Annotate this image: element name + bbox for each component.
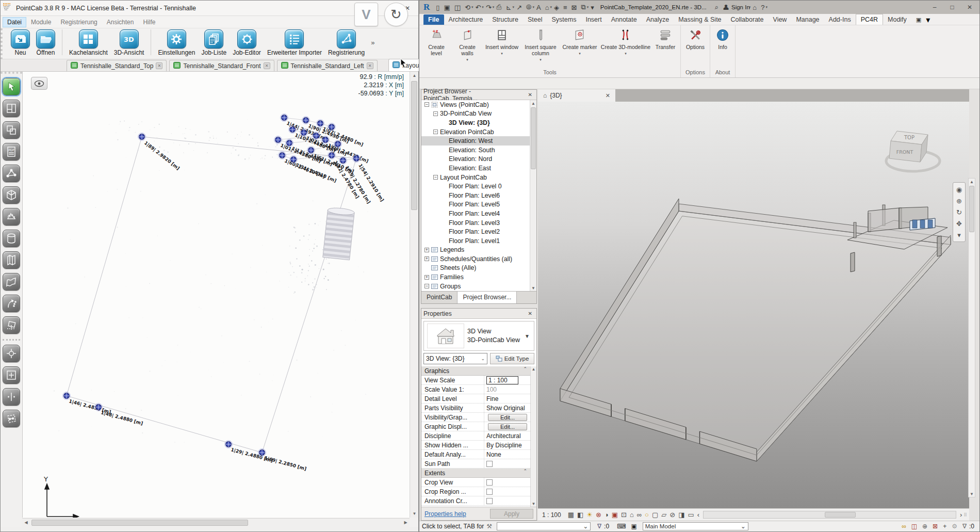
tool-point-network[interactable] — [3, 165, 20, 182]
property-row-sun-path[interactable]: Sun Path — [421, 459, 530, 469]
viewcube[interactable]: TOP FRONT — [880, 122, 947, 181]
toolbar-button-open[interactable]: Öffnen — [33, 28, 58, 57]
tree-scrollbar[interactable]: ▲ ▼ — [530, 100, 536, 291]
tool-section-split[interactable] — [3, 388, 20, 406]
view-tab-close-icon[interactable]: ✕ — [606, 92, 610, 99]
property-value[interactable] — [484, 487, 530, 496]
worksets-icon[interactable]: ⚙ — [949, 523, 960, 530]
edit-type-button[interactable]: Edit Type — [490, 353, 534, 364]
visual-style-icon[interactable]: ▦ — [566, 511, 576, 519]
hscroll-left-icon[interactable]: ‹ — [696, 511, 701, 519]
pan-icon[interactable]: ✥︎ — [956, 218, 962, 229]
tree-expander-icon[interactable]: − — [433, 130, 438, 134]
tree-item-floor-plan-level-0[interactable]: Floor Plan: Level 0 — [421, 182, 530, 191]
hscroll-right-icon[interactable]: › — [958, 511, 963, 519]
property-row-detail-level[interactable]: Detail LevelFine — [421, 394, 530, 404]
ribbon-button-insert-square-column[interactable]: Insert square column▾ — [520, 26, 561, 64]
ribbon-button-options[interactable]: Options — [683, 26, 708, 51]
doc-tab-tennishalle_standard_top[interactable]: Tennishalle_Standard_Top✕ — [67, 60, 167, 71]
property-row-crop-region-[interactable]: Crop Region ... — [421, 487, 530, 496]
reveal-hidden-icon[interactable]: ○ — [643, 511, 650, 519]
ribbon-tab-annotate[interactable]: Annotate — [607, 14, 642, 25]
vscroll-thumb[interactable] — [411, 81, 417, 210]
ribbon-tab-collaborate[interactable]: Collaborate — [726, 14, 769, 25]
tool-tile-arrange[interactable] — [3, 121, 20, 139]
ribbon-tab-steel[interactable]: Steel — [523, 14, 547, 25]
tool-select[interactable] — [3, 78, 20, 95]
checkbox-unchecked[interactable] — [486, 498, 493, 504]
tree-item-floor-plan-level4[interactable]: Floor Plan: Level4 — [421, 209, 530, 218]
ribbon-tab-options-icon[interactable]: ▣ — [911, 15, 926, 25]
measurement-marker[interactable] — [339, 157, 347, 165]
measurement-marker[interactable] — [313, 132, 320, 140]
panel-tab-project-browser-[interactable]: Project Browser... — [458, 292, 517, 303]
tree-expander-icon[interactable]: − — [433, 111, 438, 116]
viewport-3d[interactable]: TOP FRONT ◉ ⊕ ↻ ✥︎ ▾ — [538, 102, 969, 508]
property-value[interactable]: Architectural — [484, 431, 530, 440]
keyboard-icon[interactable]: ⌨ — [614, 523, 628, 530]
ribbon-button-transfer[interactable]: Transfer — [652, 26, 678, 51]
pointcloud-canvas[interactable]: 1|89| 2.9820 [m]1|46| 2.4830 [m]1|48| 2.… — [22, 72, 410, 518]
property-row-default-analy-[interactable]: Default Analy...None — [421, 450, 530, 459]
displaced-elements-icon[interactable]: ▱ — [660, 511, 668, 519]
measurement-marker[interactable] — [334, 140, 342, 148]
help-caret-icon[interactable]: ▾ — [765, 5, 767, 9]
ribbon-button-insert-window[interactable]: Insert window▾ — [483, 26, 520, 58]
tool-import-sweep[interactable] — [3, 295, 20, 312]
tool-measure-area[interactable] — [3, 410, 20, 427]
open-file-icon[interactable]: ▣ — [442, 4, 452, 11]
pointcab-vertical-scrollbar[interactable]: ▲ ▼ — [410, 72, 418, 518]
edit-button[interactable]: Edit... — [488, 423, 527, 430]
menu-registrierung[interactable]: Registrierung — [56, 17, 102, 27]
properties-scrollbar[interactable]: ▲ ▼ — [530, 366, 536, 507]
ribbon-button-create-marker[interactable]: Create marker▾ — [561, 26, 599, 58]
tree-expander-icon[interactable]: + — [424, 256, 429, 261]
navbar-more-icon[interactable]: ▾ — [957, 229, 961, 240]
type-selector-caret-icon[interactable]: ▼ — [520, 333, 534, 339]
drawing-hscroll-thumb[interactable] — [825, 512, 856, 518]
ribbon-button-info[interactable]: Info — [712, 26, 733, 51]
editable-filter-icon[interactable]: ∇ — [595, 523, 604, 530]
properties-close-icon[interactable]: ✕ — [526, 311, 534, 316]
tree-item-legends[interactable]: +Legends — [421, 246, 530, 255]
visibility-eye-button[interactable] — [31, 77, 47, 90]
app-store-icon[interactable]: ⌂ — [750, 4, 759, 11]
search-icon[interactable]: ⌕ — [713, 3, 721, 11]
measurement-marker[interactable] — [328, 152, 336, 159]
scroll-down-icon[interactable]: ▼ — [411, 510, 418, 518]
measurement-marker[interactable] — [281, 114, 288, 122]
select-by-face-icon[interactable]: ⊠ — [930, 523, 940, 530]
temporary-hide-icon[interactable]: ∞ — [635, 511, 643, 519]
constraints-icon[interactable]: ⊘ — [668, 511, 677, 519]
section-collapse-icon[interactable]: ⌃ — [523, 469, 530, 477]
property-row-crop-view[interactable]: Crop View — [421, 478, 530, 487]
tree-item-elevation-west[interactable]: Elevation: West — [421, 136, 530, 146]
compass-refresh-button[interactable]: ↻ — [384, 3, 408, 26]
property-value[interactable]: By Discipline — [484, 441, 530, 449]
menu-hilfe[interactable]: Hilfe — [138, 17, 160, 27]
tree-expander-icon[interactable]: + — [424, 248, 429, 252]
tree-item-elevation-nord[interactable]: Elevation: Nord — [421, 155, 530, 164]
property-value[interactable]: Edit... — [484, 422, 530, 431]
edit-button[interactable]: Edit... — [488, 414, 527, 421]
prop-scroll-up-icon[interactable]: ▲ — [531, 366, 536, 372]
property-row-annotation-cr-[interactable]: Annotation Cr... — [421, 496, 530, 506]
drawing-horizontal-scrollbar[interactable] — [703, 511, 956, 519]
property-value[interactable]: 1 : 100 — [484, 376, 530, 384]
analytical-model-icon[interactable]: ▭ — [686, 511, 695, 519]
tree-expander-icon[interactable]: + — [424, 275, 429, 280]
v-tool-button[interactable]: V — [354, 3, 378, 26]
measurement-marker[interactable] — [353, 155, 361, 163]
measurement-marker[interactable] — [317, 120, 324, 127]
tree-expander-icon[interactable]: − — [433, 175, 438, 180]
scroll-up-icon[interactable]: ▲ — [411, 72, 418, 79]
aligned-dimension-icon[interactable]: ↗ — [514, 4, 524, 11]
measurement-marker[interactable] — [290, 156, 298, 164]
drawing-vertical-scrollbar[interactable]: ▲ ▼ — [968, 178, 975, 497]
ribbon-button-create-walls[interactable]: Create walls▾ — [451, 26, 483, 64]
view-scale-input[interactable]: 1 : 100 — [486, 376, 518, 384]
property-value[interactable]: None — [484, 450, 530, 459]
ribbon-tab-structure[interactable]: Structure — [487, 14, 523, 25]
toolbar-button-importer[interactable]: Erweiterter Importer — [264, 28, 325, 57]
tree-item-elevation-east[interactable]: Elevation: East — [421, 164, 530, 173]
